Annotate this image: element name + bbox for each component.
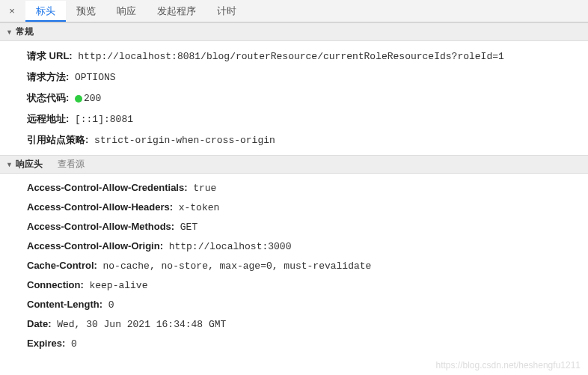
label: Cache-Control:: [27, 260, 97, 271]
tab-preview[interactable]: 预览: [66, 1, 106, 22]
value: strict-origin-when-cross-origin: [94, 135, 275, 146]
label: Connection:: [27, 279, 84, 290]
headers-panel: ▼常规 请求 URL: http://localhost:8081/blog/r…: [0, 22, 588, 375]
section-general-body: 请求 URL: http://localhost:8081/blog/route…: [0, 41, 588, 155]
tab-timing[interactable]: 计时: [206, 1, 247, 22]
label: 引用站点策略:: [27, 134, 88, 145]
header-row: Access-Control-Allow-Credentials: true: [27, 178, 588, 198]
tab-initiator[interactable]: 发起程序: [147, 1, 206, 22]
section-general-header[interactable]: ▼常规: [0, 22, 588, 41]
view-source-link[interactable]: 查看源: [58, 158, 85, 171]
header-row: Access-Control-Allow-Methods: GET: [27, 217, 588, 237]
row-request-url: 请求 URL: http://localhost:8081/blog/route…: [27, 46, 588, 67]
label: 状态代码:: [27, 92, 69, 103]
value: http://localhost:3000: [169, 241, 292, 252]
section-response-headers-body: Access-Control-Allow-Credentials: true A…: [0, 174, 588, 358]
label: 请求方法:: [27, 71, 69, 82]
header-row: Expires: 0: [27, 334, 588, 353]
header-row: Access-Control-Allow-Origin: http://loca…: [27, 237, 588, 256]
value: [::1]:8081: [75, 114, 133, 125]
status-code-text: 200: [84, 93, 101, 104]
tabs-container: 标头 预览 响应 发起程序 计时: [25, 1, 247, 22]
value: Wed, 30 Jun 2021 16:34:48 GMT: [57, 319, 226, 330]
close-icon[interactable]: ×: [3, 1, 21, 22]
tab-headers[interactable]: 标头: [25, 1, 66, 22]
header-row: Access-Control-Allow-Headers: x-token: [27, 198, 588, 217]
value: no-cache, no-store, max-age=0, must-reva…: [103, 260, 372, 272]
devtools-tab-bar: × 标头 预览 响应 发起程序 计时: [0, 0, 588, 22]
header-row: Content-Length: 0: [27, 295, 588, 314]
value: x-token: [179, 202, 220, 213]
value: keep-alive: [89, 280, 147, 291]
section-response-headers-header[interactable]: ▼响应头 查看源: [0, 155, 588, 174]
section-title: 响应头: [16, 159, 43, 169]
row-referrer-policy: 引用站点策略: strict-origin-when-cross-origin: [27, 129, 588, 150]
label: 请求 URL:: [27, 50, 73, 61]
value: 0: [71, 338, 77, 350]
header-row: Connection: keep-alive: [27, 275, 588, 295]
label: Access-Control-Allow-Headers:: [27, 201, 173, 213]
disclosure-triangle-icon: ▼响应头: [6, 158, 43, 171]
label: Expires:: [27, 338, 65, 349]
value: http://localhost:8081/blog/routerResourc…: [78, 51, 504, 62]
label: Access-Control-Allow-Origin:: [27, 240, 163, 251]
label: 远程地址:: [27, 113, 69, 124]
header-row: Date: Wed, 30 Jun 2021 16:34:48 GMT: [27, 314, 588, 334]
label: Content-Length:: [27, 299, 102, 310]
value: 0: [108, 299, 114, 311]
status-dot-icon: [75, 95, 82, 103]
value: 200: [75, 93, 101, 104]
row-status-code: 状态代码: 200: [27, 88, 588, 109]
tab-response[interactable]: 响应: [106, 1, 147, 22]
header-row: Cache-Control: no-cache, no-store, max-a…: [27, 256, 588, 275]
value: OPTIONS: [75, 72, 116, 83]
label: Access-Control-Allow-Credentials:: [27, 182, 188, 193]
label: Date:: [27, 318, 52, 329]
section-title: 常规: [16, 26, 34, 37]
disclosure-triangle-icon: ▼常规: [6, 25, 34, 38]
value: GET: [180, 222, 197, 233]
value: true: [193, 183, 216, 194]
label: Access-Control-Allow-Methods:: [27, 221, 174, 232]
row-remote-address: 远程地址: [::1]:8081: [27, 109, 588, 129]
row-request-method: 请求方法: OPTIONS: [27, 67, 588, 88]
